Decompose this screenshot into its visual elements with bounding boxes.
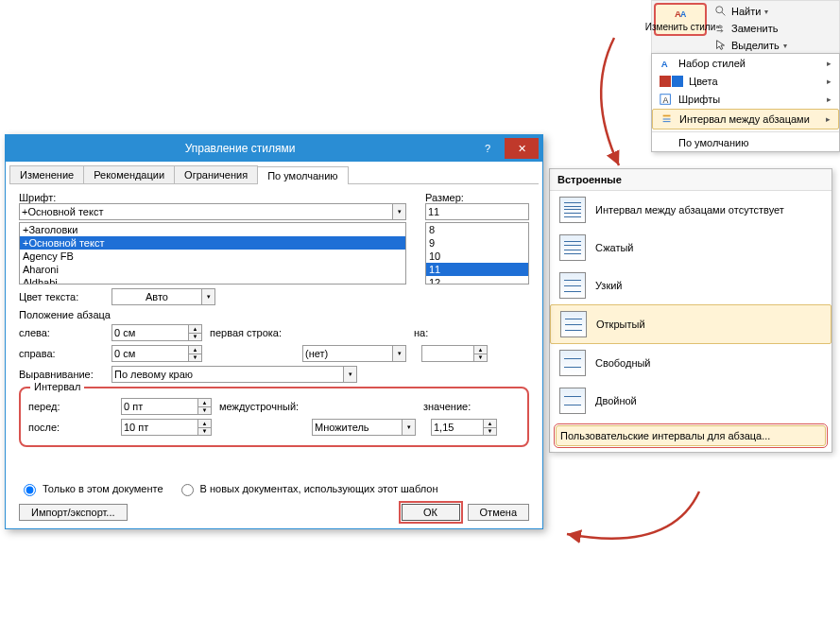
alignment-dropdown[interactable] [111,366,344,383]
manage-styles-dialog: Управление стилями ? ✕ Изменение Рекомен… [5,134,543,529]
text-color-dropdown-btn[interactable]: ▾ [202,288,215,305]
font-listbox[interactable]: +Заголовки +Основной текст Agency FB Aha… [19,222,406,285]
text-color-dropdown[interactable] [111,288,202,305]
spacing-before-input[interactable] [121,398,198,415]
list-item[interactable]: 12 [426,276,528,285]
select-cursor-icon [714,39,728,52]
list-item[interactable]: Agency FB [20,250,405,263]
svg-text:A: A [661,59,668,69]
menu-colors[interactable]: Цвета▸ [652,73,839,90]
list-item[interactable]: 9 [426,236,528,250]
radio-new-documents[interactable]: В новых документах, использующих этот ша… [177,481,438,496]
value-label: значение: [423,401,471,412]
preset-label: Свободный [595,357,651,369]
tab-edit[interactable]: Изменение [9,165,84,183]
radio-this-document[interactable]: Только в этом документе [19,481,163,496]
list-item[interactable]: Aldhabi [20,276,405,285]
colors-icon [660,76,683,87]
menu-item-label: Шрифты [678,94,720,105]
alignment-dropdown-btn[interactable]: ▾ [344,366,357,383]
replace-button[interactable]: ab Заменить [711,20,837,37]
spinner-buttons[interactable]: ▲▼ [198,419,212,436]
submenu-arrow-icon: ▸ [827,77,831,86]
first-line-dropdown[interactable] [302,345,393,362]
menu-style-set[interactable]: A Набор стилей▸ [652,54,839,73]
list-item[interactable]: +Заголовки [20,223,405,236]
radio-label: В новых документах, использующих этот ша… [200,483,438,494]
preset-label: Узкий [595,280,623,291]
preset-tight[interactable]: Узкий [550,267,831,304]
ok-button[interactable]: ОК [402,504,460,521]
select-button[interactable]: Выделить▾ [711,37,837,54]
preset-relaxed[interactable]: Свободный [550,344,831,382]
indent-right-input[interactable] [111,345,189,362]
paragraph-spacing-icon [660,112,674,126]
preset-no-spacing[interactable]: Интервал между абзацами отсутствует [550,191,831,229]
menu-fonts[interactable]: A Шрифты▸ [652,90,839,109]
size-label: Размер: [425,192,464,203]
spinner-buttons[interactable]: ▲▼ [474,345,488,362]
line-spacing-dropdown-btn[interactable]: ▾ [403,419,416,436]
preset-double[interactable]: Двойной [550,382,831,420]
dialog-titlebar[interactable]: Управление стилями ? ✕ [6,135,542,162]
list-item[interactable]: Aharoni [20,263,405,276]
change-styles-button[interactable]: AA Изменить стили [654,3,707,36]
tab-default[interactable]: По умолчанию [257,166,348,184]
line-spacing-value-input[interactable] [431,419,484,436]
first-line-dropdown-btn[interactable]: ▾ [393,345,406,362]
close-button[interactable]: ✕ [505,138,539,159]
find-icon [714,5,728,18]
builtin-header: Встроенные [550,169,831,191]
import-export-button[interactable]: Импорт/экспорт... [19,504,128,521]
size-listbox[interactable]: 8 9 10 11 12 [425,222,529,285]
menu-item-label: Интервал между абзацами [679,113,810,125]
svg-text:ab: ab [716,23,723,29]
radio-input[interactable] [24,484,36,496]
menu-set-default[interactable]: По умолчанию [652,134,839,151]
dropdown-caret-icon: ▾ [783,42,787,50]
indent-left-input[interactable] [111,324,189,341]
spacing-after-input[interactable] [121,419,198,436]
preset-open[interactable]: Открытый [550,304,831,344]
preset-label: Открытый [596,319,645,330]
menu-item-label: По умолчанию [678,137,748,148]
tab-recommend[interactable]: Рекомендации [83,165,175,183]
help-icon: ? [485,143,490,154]
spinner-buttons[interactable]: ▲▼ [189,345,202,362]
font-dropdown-btn[interactable]: ▾ [393,203,406,220]
styleset-icon: A [660,57,673,70]
paragraph-position-label: Положение абзаца [19,309,529,320]
list-item[interactable]: 10 [426,250,528,263]
list-item[interactable]: +Основной текст [20,236,405,250]
list-item[interactable]: 8 [426,223,528,236]
line-spacing-dropdown[interactable] [312,419,403,436]
preset-label: Сжатый [595,242,634,253]
submenu-arrow-icon: ▸ [827,95,831,104]
help-button[interactable]: ? [471,138,505,159]
preset-thumb [559,197,586,223]
preset-label: Двойной [595,395,637,406]
spinner-buttons[interactable]: ▲▼ [484,419,497,436]
menu-paragraph-spacing[interactable]: Интервал между абзацами▸ [652,109,839,129]
interval-fieldset: Интервал перед: ▲▼ междустрочный: значен… [19,387,529,447]
spinner-buttons[interactable]: ▲▼ [198,398,212,415]
after-label: после: [28,422,113,433]
line-spacing-label: междустрочный: [219,401,304,412]
on-input[interactable] [421,345,474,362]
indent-right-label: справа: [19,348,104,359]
dropdown-caret-icon: ▾ [764,8,768,16]
size-input[interactable] [425,203,529,220]
find-button[interactable]: Найти▾ [711,3,837,20]
custom-paragraph-spacing[interactable]: Пользовательские интервалы для абзаца... [556,425,826,446]
dialog-title: Управление стилями [9,142,471,155]
menu-item-label: Набор стилей [678,58,746,69]
tab-restrict[interactable]: Ограничения [174,165,258,183]
preset-compact[interactable]: Сжатый [550,229,831,267]
radio-input[interactable] [181,484,194,496]
menu-item-label: Цвета [689,76,718,87]
cancel-button[interactable]: Отмена [468,504,529,521]
spinner-buttons[interactable]: ▲▼ [189,324,202,341]
ribbon-section: AA Изменить стили Найти▾ ab Заменить Выд… [651,0,840,57]
font-input[interactable] [19,203,393,220]
list-item[interactable]: 11 [426,263,528,276]
